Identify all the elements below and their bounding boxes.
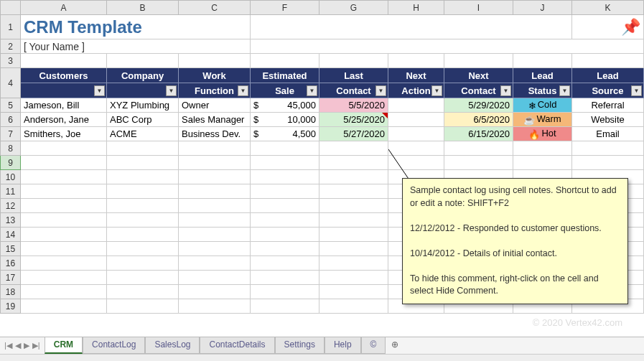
sheet-tab-help[interactable]: Help xyxy=(325,337,361,354)
col-header-C[interactable]: C xyxy=(179,1,251,15)
filter-icon[interactable]: ▼ xyxy=(166,85,177,96)
empty-cell[interactable] xyxy=(21,156,107,170)
empty-cell[interactable] xyxy=(319,170,388,184)
header-customers-top[interactable]: Customers xyxy=(21,68,107,83)
col-header-F[interactable]: F xyxy=(251,1,319,15)
cell-function[interactable]: Sales Manager xyxy=(179,113,251,127)
empty-cell[interactable] xyxy=(21,170,107,184)
row-header-18[interactable]: 18 xyxy=(1,285,21,299)
empty-cell[interactable] xyxy=(107,228,179,242)
empty-cell[interactable] xyxy=(251,299,319,314)
cell-last-contact[interactable]: 5/25/2020 xyxy=(319,113,388,127)
empty-cell[interactable] xyxy=(107,156,179,170)
cell-company[interactable]: ACME xyxy=(107,127,179,141)
empty-cell[interactable] xyxy=(107,213,179,228)
col-header-G[interactable]: G xyxy=(319,1,388,15)
cell-company[interactable]: ABC Corp xyxy=(107,113,179,127)
empty-cell[interactable] xyxy=(513,141,572,156)
empty-cell[interactable] xyxy=(251,170,319,184)
empty-cell[interactable] xyxy=(179,156,251,170)
empty-cell[interactable] xyxy=(107,184,179,199)
empty-cell[interactable] xyxy=(319,213,388,228)
empty-cell[interactable] xyxy=(21,285,107,299)
empty-cell[interactable] xyxy=(388,156,444,170)
cell-function[interactable]: Owner xyxy=(179,98,251,113)
cell-next-contact[interactable]: 6/15/2020 xyxy=(444,127,513,141)
empty-cell[interactable] xyxy=(21,141,107,156)
empty-cell[interactable] xyxy=(319,285,388,299)
empty-cell[interactable] xyxy=(444,141,513,156)
empty-cell[interactable] xyxy=(319,299,388,314)
horizontal-scrollbar[interactable] xyxy=(0,354,644,361)
cell-next-action[interactable] xyxy=(388,98,444,113)
col-header-K[interactable]: K xyxy=(572,1,644,15)
cell-next-action[interactable] xyxy=(388,127,444,141)
filter-icon[interactable]: ▼ xyxy=(431,85,442,96)
empty-cell[interactable] xyxy=(179,184,251,199)
col-header-H[interactable]: H xyxy=(388,1,444,15)
filter-icon[interactable]: ▼ xyxy=(559,85,570,96)
empty-cell[interactable] xyxy=(319,184,388,199)
header-lead_status-top[interactable]: Lead xyxy=(513,68,572,83)
empty-cell[interactable] xyxy=(21,184,107,199)
sheet-tab-©[interactable]: © xyxy=(361,337,386,354)
cell-function[interactable]: Business Dev. xyxy=(179,127,251,141)
empty-cell[interactable] xyxy=(251,184,319,199)
filter-icon[interactable]: ▼ xyxy=(307,85,317,96)
col-header-I[interactable]: I xyxy=(444,1,513,15)
header-next_action[interactable]: Action▼ xyxy=(388,83,444,98)
empty-cell[interactable] xyxy=(21,213,107,228)
row-header-6[interactable]: 6 xyxy=(1,113,21,127)
header-company-top[interactable]: Company xyxy=(107,68,179,83)
empty-cell[interactable] xyxy=(251,156,319,170)
row-header-1[interactable]: 1 xyxy=(1,15,21,39)
cell-lead-status[interactable]: ☕Warm xyxy=(513,113,572,127)
row-header-13[interactable]: 13 xyxy=(1,213,21,228)
empty-cell[interactable] xyxy=(251,242,319,256)
sheet-tab-contactdetails[interactable]: ContactDetails xyxy=(200,337,274,354)
filter-icon[interactable]: ▼ xyxy=(238,85,248,96)
cell-customer[interactable]: Smithers, Joe xyxy=(21,127,107,141)
row-header-17[interactable]: 17 xyxy=(1,271,21,285)
header-lead_source-top[interactable]: Lead xyxy=(572,68,644,83)
row-header-2[interactable]: 2 xyxy=(1,39,21,54)
cell-lead-status[interactable]: 🔥Hot xyxy=(513,127,572,141)
empty-cell[interactable] xyxy=(251,141,319,156)
empty-cell[interactable] xyxy=(251,271,319,285)
cell-next-contact[interactable]: 6/5/2020 xyxy=(444,113,513,127)
cell-lead-status[interactable]: ❄Cold xyxy=(513,98,572,113)
empty-cell[interactable] xyxy=(319,271,388,285)
empty-cell[interactable] xyxy=(107,199,179,213)
row-header-14[interactable]: 14 xyxy=(1,228,21,242)
row-header-10[interactable]: 10 xyxy=(1,170,21,184)
add-sheet-button[interactable]: ⊕ xyxy=(386,337,404,354)
row-header-16[interactable]: 16 xyxy=(1,256,21,271)
col-header-B[interactable]: B xyxy=(107,1,179,15)
row-header-19[interactable]: 19 xyxy=(1,299,21,314)
cell-company[interactable]: XYZ Plumbing xyxy=(107,98,179,113)
tab-nav-next[interactable]: ▶ xyxy=(24,341,29,350)
empty-cell[interactable] xyxy=(179,256,251,271)
header-next_contact[interactable]: Contact▼ xyxy=(444,83,513,98)
empty-cell[interactable] xyxy=(251,256,319,271)
empty-cell[interactable] xyxy=(107,299,179,314)
empty-cell[interactable] xyxy=(572,141,644,156)
empty-cell[interactable] xyxy=(251,228,319,242)
empty-cell[interactable] xyxy=(319,256,388,271)
empty-cell[interactable] xyxy=(251,199,319,213)
empty-cell[interactable] xyxy=(179,228,251,242)
empty-cell[interactable] xyxy=(179,242,251,256)
header-estimated-top[interactable]: Estimated xyxy=(251,68,319,83)
sheet-tab-settings[interactable]: Settings xyxy=(275,337,325,354)
empty-cell[interactable] xyxy=(319,199,388,213)
empty-cell[interactable] xyxy=(179,285,251,299)
cell-last-contact[interactable]: 5/27/2020 xyxy=(319,127,388,141)
filter-icon[interactable]: ▼ xyxy=(94,85,105,96)
header-last_contact[interactable]: Contact▼ xyxy=(319,83,388,98)
cell-customer[interactable]: Jameson, Bill xyxy=(21,98,107,113)
empty-cell[interactable] xyxy=(21,228,107,242)
col-header-A[interactable]: A xyxy=(21,1,107,15)
sheet-tab-crm[interactable]: CRM xyxy=(45,337,83,354)
header-customers[interactable]: ▼ xyxy=(21,83,107,98)
cell-next-action[interactable] xyxy=(388,113,444,127)
